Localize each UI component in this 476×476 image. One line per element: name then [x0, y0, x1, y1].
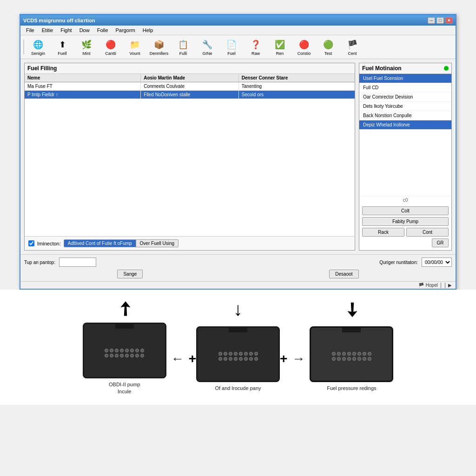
toolbar-raw[interactable]: ❓ Raw [245, 37, 267, 57]
sange-button[interactable]: Sange [117, 270, 143, 278]
right-list-item-4[interactable]: Back Norstion Conpulle [359, 111, 451, 120]
close-button[interactable]: ✕ [445, 17, 453, 24]
fabity-pump-button[interactable]: Fabity Pump [362, 217, 449, 226]
diagram-section: ➘ ↓ ➘ [0, 290, 476, 405]
innecton-checkbox[interactable] [28, 240, 34, 246]
col-header-made: Aosio Martin Made [141, 74, 239, 82]
cell-1-3: Tanenting [239, 82, 355, 90]
cent-icon: 🏴 [346, 38, 359, 51]
mint-icon: 🌿 [80, 38, 93, 51]
pin [363, 357, 366, 361]
cont-button[interactable]: Cont [406, 228, 449, 237]
menu-folle[interactable]: Folle [93, 26, 112, 34]
scrollbar-indicator: │ │ ▶ [440, 283, 452, 288]
right-list-item-2[interactable]: Oar Comrector Devision [359, 93, 451, 102]
desaoot-button[interactable]: Desaoot [329, 270, 358, 278]
corstio-icon: 🔴 [298, 38, 311, 51]
tab-over-fuell[interactable]: Over Fuell Using [136, 239, 178, 247]
toolbar-fuell[interactable]: ⬆ Fuell [51, 37, 73, 57]
pin [224, 352, 227, 356]
pin [239, 352, 243, 356]
cell-1-2: Conmeets Coulvate [141, 82, 239, 90]
connector-top-left [115, 323, 134, 329]
pin [254, 352, 258, 356]
ren-icon: ✅ [273, 38, 286, 51]
toolbar-corstio[interactable]: 🔴 Corstio [293, 37, 315, 57]
maximize-button[interactable]: □ [436, 17, 444, 24]
toolbar-vount[interactable]: 📁 Vount [124, 37, 146, 57]
connector-obd-left [83, 323, 166, 378]
pin [115, 349, 119, 352]
toolbar-test[interactable]: 🟢 Test [317, 37, 339, 57]
rack-button[interactable]: Rack [362, 228, 404, 237]
pin [110, 354, 113, 357]
menu-help[interactable]: Help [139, 26, 157, 34]
pin [332, 357, 336, 361]
toolbar-fuel[interactable]: 📄 Fuel [220, 37, 243, 57]
pin [347, 352, 351, 356]
menu-dow[interactable]: Dow [76, 26, 93, 34]
tup-input[interactable] [59, 258, 96, 267]
toolbar-cent[interactable]: 🏴 Cent [341, 37, 364, 57]
pin [140, 354, 144, 357]
tab-adltived[interactable]: Adltived Cont of Futie ft oFump [64, 239, 136, 247]
pin [135, 354, 139, 357]
bottom-section: Tup an pantop: Quriger nuntitaton: 00/00… [20, 254, 456, 281]
table-header: Neme Aosio Martin Made Denser Conner Sta… [25, 74, 355, 82]
pin [342, 357, 346, 361]
pin [120, 349, 124, 352]
main-content: Fuel Filling Neme Aosio Martin Made Dens… [20, 59, 456, 254]
minimize-button[interactable]: ─ [428, 17, 435, 24]
menu-pargorm[interactable]: Pargorm [112, 26, 139, 34]
toolbar-cantti[interactable]: 🔴 Cantti [99, 37, 122, 57]
colt-button[interactable]: Colt [362, 206, 449, 215]
status-bar: 🏴 Hopel │ │ ▶ [20, 281, 456, 289]
pin [368, 352, 371, 356]
pin [352, 357, 356, 361]
globe-icon: 🌐 [32, 38, 45, 51]
denmllers-icon: 📦 [152, 38, 165, 51]
cell-2-1: P lmtp Fielldr ↑ [25, 91, 141, 99]
table-row-selected[interactable]: P lmtp Fielldr ↑ Flled NoDoniven stalle … [25, 91, 355, 99]
connector-item-center: Of and lrocude pany [196, 326, 280, 392]
window: VCDS msigrunnu off cliатtion ─ □ ✕ File … [0, 14, 476, 405]
menu-file[interactable]: File [22, 26, 38, 34]
pin [244, 352, 248, 356]
toolbar-ren[interactable]: ✅ Ren [269, 37, 291, 57]
toolbar-denmllers[interactable]: 📦 Denmllers [148, 37, 170, 57]
plus-center-icon: + [189, 351, 196, 366]
right-list-item-5[interactable]: Depiz Whelad Irollorve [359, 120, 451, 130]
toolbar-fulli[interactable]: 📋 Fulli [172, 37, 194, 57]
right-list-item-3[interactable]: Dets Ikoty Yoircube [359, 102, 451, 111]
connector-label-right: Fuel pressure redings [327, 385, 376, 392]
right-list-item-0[interactable]: Usel Fuel Scension [359, 74, 451, 83]
toolbar-gine[interactable]: 🔧 GINe [196, 37, 218, 57]
pin [342, 352, 346, 356]
pin [357, 357, 361, 361]
gr-button[interactable]: GR [432, 238, 449, 247]
right-panel-title: Fuel Motinaion [362, 65, 402, 72]
fulli-icon: 📋 [177, 38, 190, 51]
quantity-select[interactable]: 00/00/00 [422, 258, 452, 267]
pin [135, 349, 139, 352]
right-panel: Fuel Motinaion Usel Fuel Scension Full C… [359, 63, 452, 251]
toolbar-senigin[interactable]: 🌐 Senigin [27, 37, 49, 57]
cell-2-2: Flled NoDoniven stalle [141, 91, 239, 99]
right-list-item-1[interactable]: Full CD [359, 83, 451, 93]
menu-etitie[interactable]: Etitie [38, 26, 57, 34]
pin [105, 349, 108, 352]
action-btn-row: Sange Desaoot [24, 270, 452, 278]
pin [110, 349, 113, 352]
toolbar-mint[interactable]: 🌿 Mint [75, 37, 98, 57]
pin [347, 357, 351, 361]
pin [140, 349, 144, 352]
pin [125, 349, 129, 352]
right-list: Usel Fuel Scension Full CD Oar Comrector… [359, 74, 451, 196]
pin [249, 357, 253, 361]
table-row[interactable]: Ma Fuse FT Conmeets Coulvate Tanenting [25, 82, 355, 91]
col-header-neme: Neme [25, 74, 141, 82]
top-arrows-container: ➘ ↓ ➘ [66, 299, 410, 320]
menu-fight[interactable]: Fight [57, 26, 75, 34]
plus-right-icon: + [280, 351, 287, 366]
connector-top-center [229, 326, 247, 332]
